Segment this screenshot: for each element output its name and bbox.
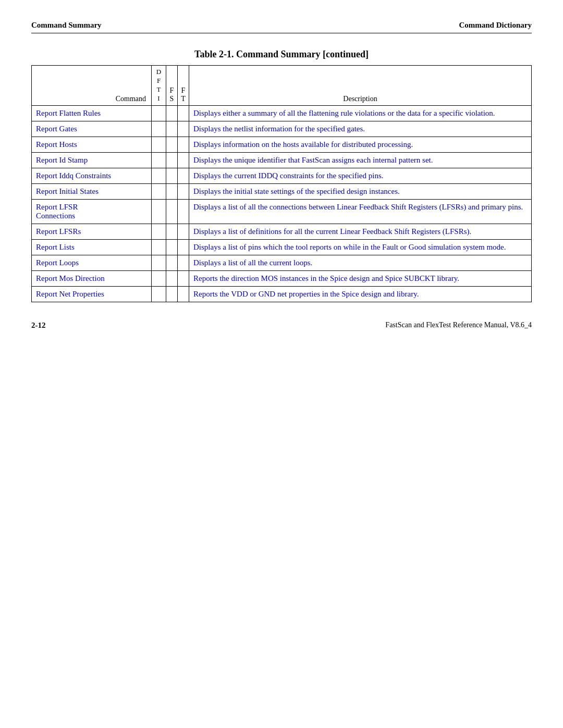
table-row: Report LFSRsDisplays a list of definitio… [32,224,532,239]
th-ft: FT [178,66,189,106]
command-cell[interactable]: Report Iddq Constraints [32,168,152,183]
fs-cell [166,270,178,286]
description-text: Displays the current IDDQ constraints fo… [193,171,384,180]
dfti-cell [152,183,166,199]
description-text: Displays a list of all the current loops… [193,258,312,267]
table-body: Report Flatten RulesDisplays either a su… [32,105,532,302]
command-link[interactable]: Report Loops [36,258,79,267]
table-row: Report HostsDisplays information on the … [32,137,532,152]
dfti-cell [152,255,166,270]
table-row: Report ListsDisplays a list of pins whic… [32,239,532,255]
footer-manual-name: FastScan and FlexTest Reference Manual, … [385,321,532,329]
fs-cell [166,286,178,302]
command-cell[interactable]: Report Lists [32,239,152,255]
table-row: Report Flatten RulesDisplays either a su… [32,105,532,121]
description-text: Reports the direction MOS instances in t… [193,274,459,282]
command-link[interactable]: Report Id Stamp [36,156,88,164]
description-text: Displays either a summary of all the fla… [193,109,495,117]
ft-cell [178,199,189,224]
command-cell[interactable]: Report Net Properties [32,286,152,302]
command-link[interactable]: Report Gates [36,125,77,133]
dfti-cell [152,152,166,168]
table-row: Report Mos DirectionReports the directio… [32,270,532,286]
th-dfti: DFTI [152,66,166,106]
description-cell: Displays the unique identifier that Fast… [189,152,532,168]
description-cell: Displays a list of all the current loops… [189,255,532,270]
table-title: Table 2-1. Command Summary [continued] [31,49,532,60]
fs-cell [166,121,178,137]
description-cell: Displays the initial state settings of t… [189,183,532,199]
command-link[interactable]: Report Hosts [36,140,77,149]
command-link[interactable]: Report LFSRs [36,227,81,236]
command-cell[interactable]: Report Id Stamp [32,152,152,168]
command-cell[interactable]: Report Loops [32,255,152,270]
dfti-label: DFTI [153,68,165,103]
dfti-cell [152,224,166,239]
ft-cell [178,168,189,183]
command-table: Command DFTI FS FT Description Report Fl… [31,65,532,302]
footer-page-number: 2-12 [31,321,46,330]
th-fs: FS [166,66,178,106]
ft-cell [178,255,189,270]
description-text: Displays a list of all the connections b… [193,203,523,211]
command-cell[interactable]: Report Gates [32,121,152,137]
dfti-cell [152,286,166,302]
th-command: Command [32,66,152,106]
table-row: Report LoopsDisplays a list of all the c… [32,255,532,270]
page-footer: 2-12 FastScan and FlexTest Reference Man… [31,318,532,330]
ft-label: FT [179,87,188,103]
command-cell[interactable]: Report LFSRConnections [32,199,152,224]
description-cell: Reports the VDD or GND net properties in… [189,286,532,302]
dfti-cell [152,270,166,286]
command-link[interactable]: Report Net Properties [36,290,104,298]
ft-cell [178,137,189,152]
description-cell: Displays either a summary of all the fla… [189,105,532,121]
command-cell[interactable]: Report LFSRs [32,224,152,239]
description-cell: Reports the direction MOS instances in t… [189,270,532,286]
th-description: Description [189,66,532,106]
dfti-cell [152,239,166,255]
command-cell[interactable]: Report Flatten Rules [32,105,152,121]
command-link[interactable]: Report LFSRConnections [36,203,78,220]
command-cell[interactable]: Report Hosts [32,137,152,152]
command-link[interactable]: Report Iddq Constraints [36,171,111,180]
page: Command Summary Command Dictionary Table… [0,0,563,728]
header-right: Command Dictionary [459,21,532,30]
command-link[interactable]: Report Initial States [36,187,99,195]
table-row: Report Net PropertiesReports the VDD or … [32,286,532,302]
description-text: Displays a list of definitions for all t… [193,227,471,236]
description-cell: Displays the current IDDQ constraints fo… [189,168,532,183]
ft-cell [178,121,189,137]
table-row: Report Initial StatesDisplays the initia… [32,183,532,199]
command-cell[interactable]: Report Mos Direction [32,270,152,286]
page-header: Command Summary Command Dictionary [31,21,532,33]
dfti-cell [152,199,166,224]
table-header-row: Command DFTI FS FT Description [32,66,532,106]
fs-cell [166,224,178,239]
command-link[interactable]: Report Flatten Rules [36,109,101,117]
description-text: Displays a list of pins which the tool r… [193,243,506,251]
ft-cell [178,224,189,239]
command-link[interactable]: Report Lists [36,243,75,251]
dfti-cell [152,105,166,121]
description-text: Reports the VDD or GND net properties in… [193,290,419,298]
table-row: Report Id StampDisplays the unique ident… [32,152,532,168]
command-cell[interactable]: Report Initial States [32,183,152,199]
dfti-cell [152,121,166,137]
description-cell: Displays a list of all the connections b… [189,199,532,224]
fs-cell [166,255,178,270]
table-row: Report Iddq ConstraintsDisplays the curr… [32,168,532,183]
description-text: Displays the initial state settings of t… [193,187,400,195]
ft-cell [178,270,189,286]
ft-cell [178,152,189,168]
description-cell: Displays a list of definitions for all t… [189,224,532,239]
description-text: Displays the netlist information for the… [193,125,365,133]
ft-cell [178,239,189,255]
fs-cell [166,137,178,152]
command-link[interactable]: Report Mos Direction [36,274,105,282]
description-text: Displays information on the hosts availa… [193,140,413,149]
fs-cell [166,183,178,199]
ft-cell [178,286,189,302]
table-row: Report GatesDisplays the netlist informa… [32,121,532,137]
header-left: Command Summary [31,21,102,30]
